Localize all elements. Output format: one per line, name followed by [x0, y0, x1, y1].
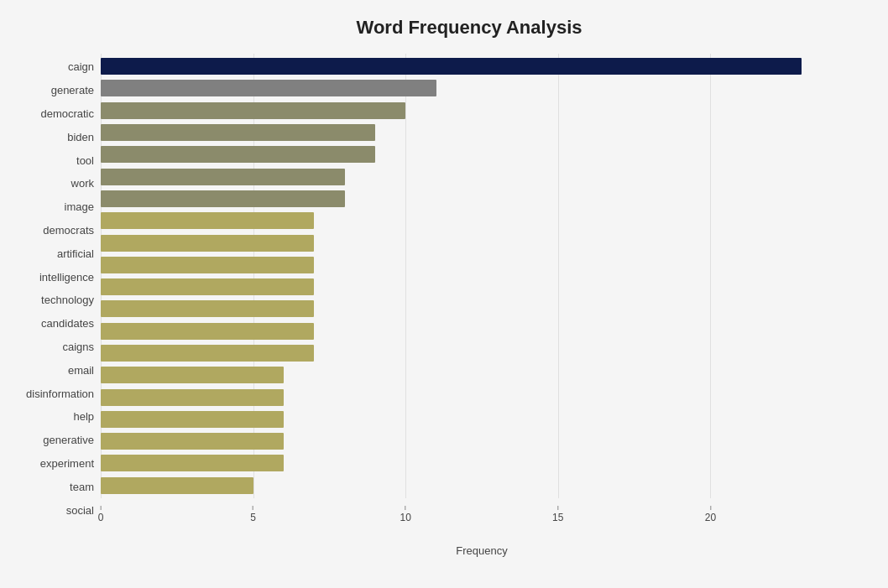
bar — [101, 389, 284, 406]
y-label: work — [8, 173, 101, 195]
x-tick-label: 15 — [552, 512, 563, 523]
bar — [101, 257, 314, 273]
y-label: caigns — [8, 336, 101, 357]
bars-and-grid: 05101520 Frequency — [101, 54, 863, 523]
y-label: generate — [8, 80, 101, 101]
y-label: social — [8, 499, 101, 521]
x-tick-label: 0 — [98, 512, 104, 523]
bar-row — [101, 409, 863, 429]
bar-row — [101, 101, 863, 121]
y-label: technology — [8, 289, 101, 311]
x-tick-line — [710, 506, 711, 510]
x-tick: 20 — [705, 506, 716, 523]
chart-container: Word Frequency Analysis caigngeneratedem… — [0, 0, 888, 588]
bar-row — [101, 122, 863, 143]
x-tick: 15 — [552, 506, 563, 523]
bar-row — [101, 299, 863, 319]
bar — [101, 455, 284, 471]
bar-row — [101, 211, 863, 231]
bar-row — [101, 56, 863, 76]
chart-wrapper: caigngeneratedemocraticbidentoolworkimag… — [8, 54, 863, 565]
x-tick-line — [405, 506, 406, 510]
x-tick: 10 — [400, 506, 411, 523]
y-label: democrats — [8, 219, 101, 241]
bar-row — [101, 476, 863, 496]
bar — [101, 300, 314, 317]
y-label: team — [8, 476, 101, 497]
bar-row — [101, 343, 863, 363]
bar — [101, 102, 405, 119]
x-axis-label: Frequency — [456, 544, 507, 557]
y-label: help — [8, 406, 101, 428]
bar — [101, 411, 284, 428]
y-label: biden — [8, 126, 101, 148]
x-tick-label: 5 — [250, 512, 256, 523]
x-tick: 0 — [98, 506, 104, 523]
y-label: artificial — [8, 242, 101, 264]
bar — [101, 146, 375, 163]
bar — [101, 212, 314, 229]
bar — [101, 345, 314, 362]
bar — [101, 124, 375, 141]
bar-row — [101, 388, 863, 408]
chart-area: caigngeneratedemocraticbidentoolworkimag… — [8, 54, 863, 523]
x-tick: 5 — [250, 506, 256, 523]
y-label: tool — [8, 149, 101, 171]
bar-row — [101, 233, 863, 253]
bar — [101, 169, 345, 185]
bar — [101, 278, 314, 295]
bar — [101, 235, 314, 252]
bar — [101, 190, 345, 207]
bar-row — [101, 277, 863, 297]
y-label: caign — [8, 56, 101, 78]
chart-title: Word Frequency Analysis — [8, 17, 863, 39]
y-label: experiment — [8, 452, 101, 474]
bar-row — [101, 78, 863, 98]
y-label: image — [8, 196, 101, 218]
x-axis: 05101520 — [101, 498, 863, 523]
bar-row — [101, 167, 863, 187]
bar-row — [101, 321, 863, 341]
bar — [101, 477, 253, 494]
bar — [101, 367, 284, 383]
bar — [101, 433, 284, 450]
y-labels: caigngeneratedemocraticbidentoolworkimag… — [8, 54, 101, 523]
x-tick-label: 20 — [705, 512, 716, 523]
bar — [101, 80, 436, 96]
x-tick-line — [253, 506, 253, 510]
bar-row — [101, 144, 863, 164]
bar-row — [101, 453, 863, 473]
x-tick-label: 10 — [400, 512, 411, 523]
bar — [101, 323, 314, 340]
y-label: intelligence — [8, 266, 101, 288]
y-label: email — [8, 359, 101, 381]
y-label: generative — [8, 429, 101, 451]
x-tick-line — [101, 506, 102, 510]
bar-row — [101, 189, 863, 209]
y-label: candidates — [8, 313, 101, 335]
bar-row — [101, 255, 863, 275]
bars-container — [101, 54, 863, 498]
y-label: disinformation — [8, 382, 101, 404]
bar-row — [101, 365, 863, 385]
bar — [101, 58, 802, 75]
bar-row — [101, 431, 863, 451]
y-label: democratic — [8, 102, 101, 124]
x-tick-line — [557, 506, 558, 510]
